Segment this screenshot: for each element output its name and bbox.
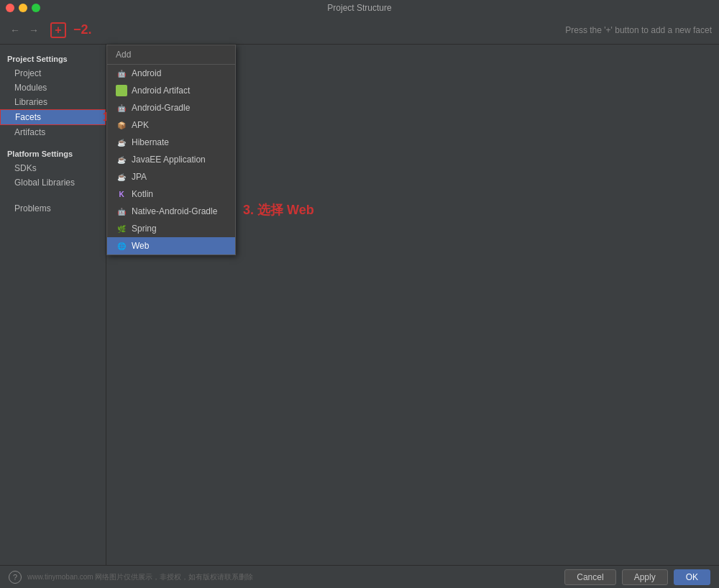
dropdown-item-android-artifact[interactable]: Android Artifact bbox=[107, 82, 235, 99]
annotation-2-label: −2. bbox=[73, 22, 92, 37]
bottom-left: ? www.tinymoban.com 网络图片仅供展示，非授权，如有版权请联系… bbox=[9, 571, 253, 584]
sidebar: Project Settings Project Modules Librari… bbox=[0, 45, 106, 565]
apk-icon: 📦 bbox=[116, 119, 127, 131]
help-button[interactable]: ? bbox=[9, 571, 22, 584]
sidebar-item-problems[interactable]: Problems bbox=[0, 201, 106, 216]
watermark-text: www.tinymoban.com 网络图片仅供展示，非授权，如有版权请联系删除 bbox=[27, 572, 253, 582]
sidebar-item-global-libraries[interactable]: Global Libraries bbox=[0, 175, 106, 190]
dropdown-item-android[interactable]: 🤖 Android bbox=[107, 65, 235, 82]
window-controls bbox=[6, 4, 40, 12]
jpa-icon: ☕ bbox=[116, 171, 127, 183]
project-settings-label: Project Settings bbox=[0, 50, 106, 66]
ok-button[interactable]: OK bbox=[674, 569, 710, 585]
kotlin-icon: K bbox=[116, 188, 127, 200]
dropdown-header: Add bbox=[107, 45, 235, 65]
apply-button[interactable]: Apply bbox=[622, 569, 668, 585]
add-dropdown-menu: Add 🤖 Android Android Artifact 🤖 Android… bbox=[106, 45, 236, 255]
sidebar-item-artifacts[interactable]: Artifacts bbox=[0, 125, 106, 139]
minimize-button[interactable] bbox=[19, 4, 27, 12]
platform-settings-label: Platform Settings bbox=[0, 145, 106, 161]
dropdown-item-javaee[interactable]: ☕ JavaEE Application bbox=[107, 151, 235, 168]
maximize-button[interactable] bbox=[32, 4, 40, 12]
main-layout: Project Settings Project Modules Librari… bbox=[0, 45, 719, 565]
dropdown-item-kotlin[interactable]: K Kotlin bbox=[107, 185, 235, 203]
toolbar-hint: Press the '+' button to add a new facet bbox=[565, 25, 712, 35]
javaee-icon: ☕ bbox=[116, 154, 127, 165]
add-button[interactable]: + bbox=[50, 22, 66, 38]
sidebar-item-modules[interactable]: Modules bbox=[0, 81, 106, 95]
dropdown-item-web[interactable]: 🌐 Web bbox=[107, 237, 235, 254]
content-area: Add 🤖 Android Android Artifact 🤖 Android… bbox=[106, 45, 719, 565]
cancel-button[interactable]: Cancel bbox=[564, 569, 615, 585]
sidebar-item-libraries[interactable]: Libraries bbox=[0, 95, 106, 109]
forward-arrow[interactable]: → bbox=[26, 23, 42, 37]
android-gradle-icon: 🤖 bbox=[116, 102, 127, 114]
android-icon: 🤖 bbox=[116, 68, 127, 79]
toolbar: ← → + −2. Press the '+' button to add a … bbox=[0, 16, 719, 45]
dropdown-item-hibernate[interactable]: ☕ Hibernate bbox=[107, 134, 235, 151]
dropdown-item-spring[interactable]: 🌿 Spring bbox=[107, 220, 235, 237]
android-artifact-icon bbox=[116, 85, 127, 96]
facets-item-wrapper: Facets 1. bbox=[0, 109, 106, 125]
nav-arrows: ← → bbox=[7, 23, 42, 37]
web-icon: 🌐 bbox=[116, 240, 127, 252]
hibernate-icon: ☕ bbox=[116, 137, 127, 148]
dropdown-item-apk[interactable]: 📦 APK bbox=[107, 116, 235, 134]
sidebar-item-facets[interactable]: Facets bbox=[1, 110, 105, 124]
dropdown-item-android-gradle[interactable]: 🤖 Android-Gradle bbox=[107, 99, 235, 116]
close-button[interactable] bbox=[6, 4, 14, 12]
title-bar: Project Structure bbox=[0, 0, 719, 16]
back-arrow[interactable]: ← bbox=[7, 23, 23, 37]
spring-icon: 🌿 bbox=[116, 223, 127, 234]
sidebar-item-project[interactable]: Project bbox=[0, 66, 106, 81]
sidebar-item-sdks[interactable]: SDKs bbox=[0, 161, 106, 175]
dropdown-item-native-android[interactable]: 🤖 Native-Android-Gradle bbox=[107, 203, 235, 220]
bottom-bar: ? www.tinymoban.com 网络图片仅供展示，非授权，如有版权请联系… bbox=[0, 565, 719, 588]
window-title: Project Structure bbox=[327, 3, 391, 13]
dropdown-item-jpa[interactable]: ☕ JPA bbox=[107, 168, 235, 185]
native-android-icon: 🤖 bbox=[116, 206, 127, 217]
annotation-3-label: 3. 选择 Web bbox=[243, 201, 314, 219]
